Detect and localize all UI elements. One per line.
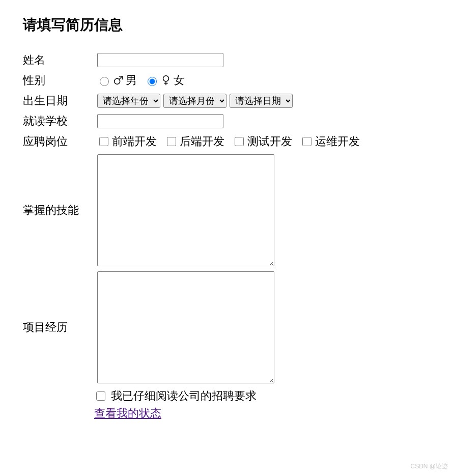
label-projects: 项目经历 <box>23 320 94 335</box>
agree-checkbox[interactable] <box>96 391 105 401</box>
check-frontend[interactable] <box>99 137 108 146</box>
skills-textarea[interactable] <box>97 154 274 266</box>
row-gender: 性别 男 女 <box>23 73 431 88</box>
check-item-0: 前端开发 <box>97 134 157 149</box>
label-position: 应聘岗位 <box>23 134 94 149</box>
check-testing[interactable] <box>235 137 244 146</box>
male-icon <box>112 75 124 86</box>
month-select[interactable]: 请选择月份 <box>163 94 226 108</box>
row-skills: 掌握的技能 <box>23 154 431 266</box>
agree-label: 我已仔细阅读公司的招聘要求 <box>111 388 257 404</box>
radio-male-label: 男 <box>126 73 137 88</box>
row-school: 就读学校 <box>23 114 431 129</box>
check-backend[interactable] <box>167 137 176 146</box>
label-school: 就读学校 <box>23 114 94 129</box>
row-birthdate: 出生日期 请选择年份 请选择月份 请选择日期 <box>23 93 431 108</box>
svg-point-2 <box>163 76 169 81</box>
page-title: 请填写简历信息 <box>23 15 431 35</box>
status-link[interactable]: 查看我的状态 <box>94 407 161 419</box>
label-gender: 性别 <box>23 73 94 88</box>
year-select[interactable]: 请选择年份 <box>97 94 160 108</box>
row-projects: 项目经历 <box>23 271 431 383</box>
school-input[interactable] <box>97 114 223 128</box>
radio-male[interactable] <box>100 77 109 86</box>
name-input[interactable] <box>97 53 223 67</box>
check-item-3: 运维开发 <box>300 134 360 149</box>
row-position: 应聘岗位 前端开发 后端开发 测试开发 运维开发 <box>23 134 431 149</box>
position-checkbox-group: 前端开发 后端开发 测试开发 运维开发 <box>97 134 365 149</box>
check-item-2: 测试开发 <box>233 134 292 149</box>
radio-female-item: 女 <box>145 73 185 88</box>
check-testing-label: 测试开发 <box>247 134 292 149</box>
label-skills: 掌握的技能 <box>23 203 94 218</box>
svg-point-0 <box>115 78 120 84</box>
row-agree: 我已仔细阅读公司的招聘要求 <box>94 388 431 404</box>
svg-line-1 <box>119 76 122 79</box>
label-name: 姓名 <box>23 52 94 68</box>
projects-textarea[interactable] <box>97 271 274 383</box>
check-backend-label: 后端开发 <box>180 134 224 149</box>
watermark: CSDN @论迹 <box>410 462 448 471</box>
check-item-1: 后端开发 <box>165 134 224 149</box>
check-frontend-label: 前端开发 <box>112 134 157 149</box>
check-ops-label: 运维开发 <box>315 134 360 149</box>
row-status-link: 查看我的状态 <box>94 406 431 421</box>
row-name: 姓名 <box>23 52 431 68</box>
gender-radio-group: 男 女 <box>97 73 190 88</box>
birthdate-selects: 请选择年份 请选择月份 请选择日期 <box>97 94 293 108</box>
female-icon <box>160 75 172 86</box>
radio-male-item: 男 <box>97 73 137 88</box>
radio-female[interactable] <box>148 77 157 86</box>
check-ops[interactable] <box>302 137 311 146</box>
radio-female-label: 女 <box>174 73 185 88</box>
label-birthdate: 出生日期 <box>23 93 94 108</box>
day-select[interactable]: 请选择日期 <box>230 94 293 108</box>
